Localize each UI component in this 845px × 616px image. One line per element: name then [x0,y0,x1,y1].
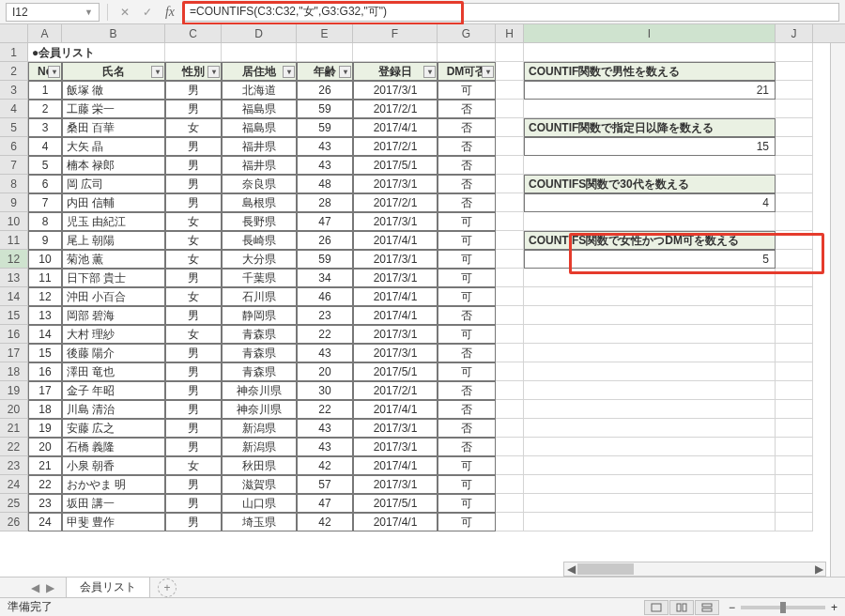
cell-sex[interactable]: 女 [165,231,222,250]
cell-name[interactable]: 坂田 講一 [62,494,165,513]
cell-no[interactable]: 14 [28,325,62,344]
zoom-thumb[interactable] [780,602,786,613]
cell-sex[interactable]: 男 [165,419,222,438]
view-layout-button[interactable] [669,600,694,615]
cell-area[interactable]: 福井県 [222,156,297,175]
cell-blank[interactable] [776,43,813,62]
cell-name[interactable]: 菊池 薫 [62,250,165,269]
cell-blank[interactable] [776,344,813,362]
cell-blank[interactable] [776,62,813,81]
scroll-thumb[interactable] [577,563,634,575]
cell-name[interactable]: 内田 信輔 [62,193,165,212]
cell-blank[interactable] [776,156,813,175]
cell-no[interactable]: 20 [28,438,62,456]
cell-name[interactable]: 川島 清治 [62,400,165,419]
row-header-16[interactable]: 16 [0,325,28,344]
cell-blank[interactable] [496,513,524,531]
cell-blank[interactable] [776,81,813,100]
cell-date[interactable]: 2017/4/1 [353,118,438,137]
cell-sex[interactable]: 男 [165,438,222,456]
cell-age[interactable]: 23 [297,306,353,325]
row-header-20[interactable]: 20 [0,400,28,419]
cell-blank[interactable] [776,250,813,269]
add-sheet-button[interactable]: + [158,578,177,597]
cell-blank[interactable] [524,475,776,494]
cell-age[interactable]: 59 [297,250,353,269]
confirm-button[interactable]: ✓ [138,3,157,22]
cell-no[interactable]: 2 [28,100,62,118]
cell-area[interactable]: 奈良県 [222,175,297,193]
cell-date[interactable]: 2017/3/1 [353,212,438,231]
cell-date[interactable]: 2017/3/1 [353,438,438,456]
cell-area[interactable]: 青森県 [222,325,297,344]
row-header-13[interactable]: 13 [0,269,28,287]
cell-no[interactable]: 11 [28,269,62,287]
cell-sex[interactable]: 女 [165,250,222,269]
cell-blank[interactable] [496,250,524,269]
filter-dropdown-icon[interactable]: ▾ [207,66,220,78]
cell-no[interactable]: 17 [28,381,62,400]
cell-blank[interactable] [496,494,524,513]
row-header-14[interactable]: 14 [0,287,28,306]
cell-dm[interactable]: 可 [438,325,496,344]
cell-area[interactable]: 青森県 [222,362,297,381]
cell-sex[interactable]: 男 [165,381,222,400]
cell-blank[interactable] [353,43,438,62]
cell-area[interactable]: 千葉県 [222,269,297,287]
cell-sex[interactable]: 男 [165,81,222,100]
cell-dm[interactable]: 否 [438,419,496,438]
cell-blank[interactable] [776,438,813,456]
cell-area[interactable]: 北海道 [222,81,297,100]
cell-dm[interactable]: 可 [438,475,496,494]
fx-button[interactable]: fx [161,3,179,22]
cell-area[interactable]: 島根県 [222,193,297,212]
cell-blank[interactable] [496,438,524,456]
cell-blank[interactable] [496,137,524,156]
cell-date[interactable]: 2017/3/1 [353,419,438,438]
cell-no[interactable]: 7 [28,193,62,212]
th-no[interactable]: No▾ [28,62,62,81]
cell-blank[interactable] [496,344,524,362]
cell-blank[interactable] [496,419,524,438]
col-B[interactable]: B [62,24,165,42]
th-date[interactable]: 登録日▾ [353,62,438,81]
cell-sex[interactable]: 女 [165,118,222,137]
cell-name[interactable]: 尾上 朝陽 [62,231,165,250]
cell-no[interactable]: 19 [28,419,62,438]
cell-name[interactable]: 日下部 貴士 [62,269,165,287]
cell-blank[interactable] [496,175,524,193]
cell-dm[interactable]: 否 [438,156,496,175]
cell-blank[interactable] [496,362,524,381]
cell-age[interactable]: 43 [297,137,353,156]
horizontal-scrollbar[interactable]: ◀ ▶ [563,562,826,577]
cell-dm[interactable]: 否 [438,100,496,118]
cell-name[interactable]: 沖田 小百合 [62,287,165,306]
cell-age[interactable]: 59 [297,118,353,137]
cell-date[interactable]: 2017/4/1 [353,287,438,306]
cell-sex[interactable]: 女 [165,287,222,306]
cell-area[interactable]: 長崎県 [222,231,297,250]
row-header-5[interactable]: 5 [0,118,28,137]
cell-sex[interactable]: 男 [165,494,222,513]
row-header-18[interactable]: 18 [0,362,28,381]
scroll-right-icon[interactable]: ▶ [812,562,825,576]
cell-dm[interactable]: 可 [438,456,496,475]
cell-blank[interactable] [496,156,524,175]
cell-blank[interactable] [496,269,524,287]
col-D[interactable]: D [222,24,297,42]
cell-no[interactable]: 18 [28,400,62,419]
cell-date[interactable]: 2017/2/1 [353,137,438,156]
cell-date[interactable]: 2017/2/1 [353,100,438,118]
cell-blank[interactable] [776,118,813,137]
cell-blank[interactable] [524,419,776,438]
cell-blank[interactable] [776,193,813,212]
cell-sex[interactable]: 男 [165,100,222,118]
cell-dm[interactable]: 否 [438,137,496,156]
cell-age[interactable]: 20 [297,362,353,381]
cell-name[interactable]: 後藤 陽介 [62,344,165,362]
cell-no[interactable]: 8 [28,212,62,231]
cell-date[interactable]: 2017/4/1 [353,456,438,475]
cell-date[interactable]: 2017/2/1 [353,193,438,212]
name-box-dropdown-icon[interactable]: ▼ [84,8,93,17]
cell-no[interactable]: 13 [28,306,62,325]
